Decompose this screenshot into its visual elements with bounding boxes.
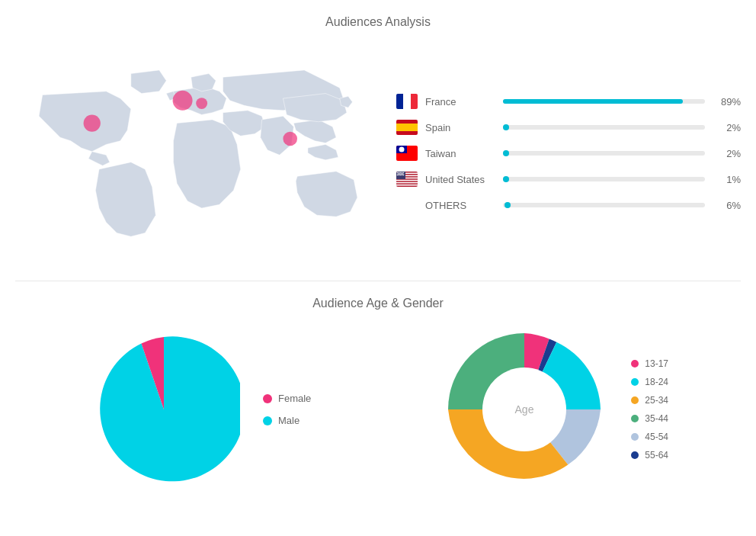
pct-us: 1% xyxy=(714,174,741,185)
country-name-taiwan: Taiwan xyxy=(425,148,494,159)
female-label: Female xyxy=(278,393,311,404)
country-row-france: France 89% xyxy=(396,94,741,109)
audiences-title: Audiences Analysis xyxy=(23,15,733,29)
country-chart: France 89% Spain 2% Taiwan xyxy=(381,94,741,223)
svg-rect-15 xyxy=(396,185,418,187)
age-legend-4554: 45-54 xyxy=(631,432,668,442)
map-dot-asia1 xyxy=(196,98,207,109)
svg-point-18 xyxy=(399,172,400,174)
pct-france: 89% xyxy=(714,96,741,108)
pct-taiwan: 2% xyxy=(714,148,741,159)
map-dot-europe xyxy=(173,91,193,111)
bar-fill-spain xyxy=(503,124,509,130)
dot-1317 xyxy=(631,360,639,367)
flag-france xyxy=(396,94,418,109)
bar-fill-france xyxy=(503,99,683,104)
svg-point-22 xyxy=(398,173,399,175)
pct-others: 6% xyxy=(714,200,741,211)
male-dot xyxy=(263,416,272,425)
svg-rect-14 xyxy=(396,183,418,185)
svg-point-26 xyxy=(397,175,399,176)
age-chart-wrap: Age 13-17 18-24 25-34 35-44 xyxy=(440,326,668,493)
age-legend-1317: 13-17 xyxy=(631,358,668,369)
svg-rect-1 xyxy=(403,94,411,109)
female-dot xyxy=(263,394,272,403)
bar-track-spain xyxy=(503,125,705,130)
dot-4554 xyxy=(631,433,639,441)
svg-point-25 xyxy=(402,173,404,175)
country-row-taiwan: Taiwan 2% xyxy=(396,146,741,161)
svg-point-30 xyxy=(403,175,405,176)
svg-point-17 xyxy=(397,172,399,174)
country-name-spain: Spain xyxy=(425,122,494,133)
map-dot-usa xyxy=(84,114,101,131)
bar-track-france xyxy=(503,99,705,104)
bar-track-others xyxy=(503,203,705,207)
label-1824: 18-24 xyxy=(645,377,668,387)
svg-rect-0 xyxy=(396,94,403,109)
bar-track-taiwan xyxy=(503,151,705,156)
svg-point-23 xyxy=(399,173,401,175)
age-legend: 13-17 18-24 25-34 35-44 45-54 xyxy=(631,358,668,461)
flag-us xyxy=(396,172,418,187)
label-4554: 45-54 xyxy=(645,432,668,442)
legend-item-female: Female xyxy=(263,393,311,404)
country-row-spain: Spain 2% xyxy=(396,120,741,135)
country-name-us: United States xyxy=(425,174,494,185)
bar-fill-others xyxy=(505,202,511,208)
bar-track-us xyxy=(503,177,705,181)
bar-fill-us xyxy=(503,176,509,182)
country-row-others: OTHERS 6% xyxy=(396,197,741,213)
map-dot-asia2 xyxy=(283,132,297,146)
svg-point-27 xyxy=(399,175,400,176)
flag-spain xyxy=(396,120,418,135)
age-gender-section: Audience Age & Gender Female Male xyxy=(0,281,756,524)
dot-2534 xyxy=(631,396,639,404)
dot-5564 xyxy=(631,451,639,459)
pct-spain: 2% xyxy=(714,122,741,133)
country-name-others: OTHERS xyxy=(425,200,494,211)
age-legend-3544: 35-44 xyxy=(631,413,668,424)
gender-pie-chart xyxy=(88,333,240,486)
flag-taiwan xyxy=(396,146,418,161)
gender-legend: Female Male xyxy=(263,393,311,426)
bar-fill-taiwan xyxy=(503,150,509,156)
world-map xyxy=(15,59,381,258)
svg-rect-2 xyxy=(411,94,418,109)
svg-point-19 xyxy=(400,172,402,174)
audiences-section: France 89% Spain 2% Taiwan xyxy=(0,44,756,281)
legend-item-male: Male xyxy=(263,415,311,426)
label-1317: 13-17 xyxy=(645,358,668,369)
age-legend-1824: 18-24 xyxy=(631,377,668,387)
label-3544: 35-44 xyxy=(645,413,668,424)
charts-row: Female Male xyxy=(23,326,733,493)
country-name-france: France xyxy=(425,96,494,108)
svg-point-20 xyxy=(402,172,403,174)
dot-3544 xyxy=(631,415,639,422)
age-legend-2534: 25-34 xyxy=(631,395,668,406)
svg-point-28 xyxy=(400,175,402,176)
svg-point-29 xyxy=(402,175,403,176)
dot-1824 xyxy=(631,378,639,386)
age-center-text: Age xyxy=(515,403,534,416)
svg-point-7 xyxy=(399,147,405,152)
label-5564: 55-64 xyxy=(645,450,668,461)
svg-point-21 xyxy=(403,172,405,174)
svg-rect-13 xyxy=(396,181,418,182)
svg-rect-4 xyxy=(396,124,418,131)
age-legend-5564: 55-64 xyxy=(631,450,668,461)
age-gender-title: Audience Age & Gender xyxy=(23,297,733,310)
male-slice xyxy=(100,336,240,481)
country-row-us: United States 1% xyxy=(396,172,741,187)
male-label: Male xyxy=(278,415,300,426)
label-2534: 25-34 xyxy=(645,395,668,406)
gender-chart-wrap: Female Male xyxy=(88,333,311,486)
svg-point-24 xyxy=(401,173,402,175)
age-donut-chart: Age xyxy=(440,326,608,493)
